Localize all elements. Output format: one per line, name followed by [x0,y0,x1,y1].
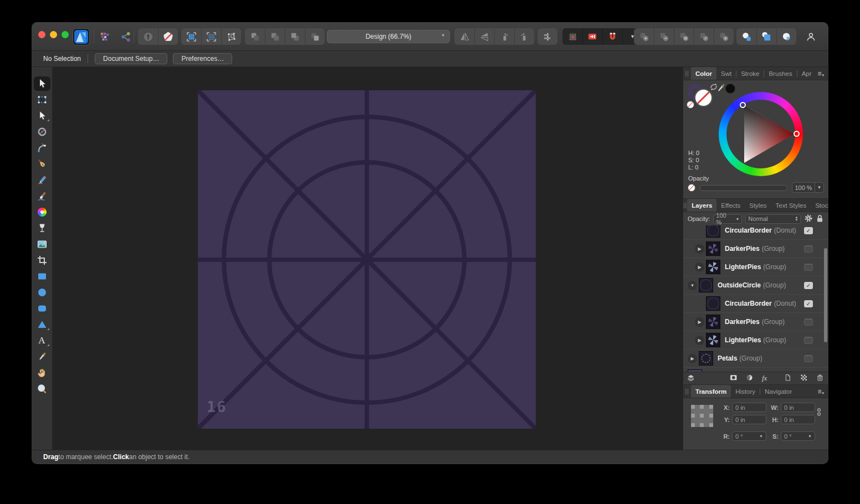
layers-scrollbar[interactable] [824,248,827,342]
alignment-icon[interactable] [538,28,557,45]
blend-mode-dropdown[interactable]: Normal ▲▼ [745,214,801,224]
trash-icon[interactable] [816,374,825,383]
boolean-subtract-icon[interactable] [654,28,674,45]
adjustment-icon[interactable] [746,374,754,383]
anchor-handle[interactable] [700,423,704,427]
layer-row-darkerpies[interactable]: ▶DarkerPies(Group) [683,240,828,258]
panel-menu-icon[interactable]: ≡▾ [817,67,828,80]
expand-arrow-icon[interactable]: ▶ [688,354,697,363]
layer-row-petals[interactable]: ▶Petals(Group) [683,349,828,368]
mask-icon[interactable] [730,374,738,383]
tab-color-stroke[interactable]: Stroke [736,67,764,80]
tab-color-swt[interactable]: Swt [716,67,736,80]
anchor-handle[interactable] [691,405,695,409]
rounded-rectangle-tool[interactable] [33,300,52,316]
anchor-handle[interactable] [709,414,713,418]
point-transform-tool[interactable] [33,124,52,140]
layer-row-darkerpies[interactable]: ▶DarkerPies(Group) [683,313,828,331]
brush-tool[interactable] [33,188,52,204]
canvas-viewport[interactable]: 16 [53,67,683,450]
field-input[interactable]: 0 in [781,403,815,412]
visibility-checkbox[interactable]: ✓ [804,300,813,307]
layer-thumbnail[interactable] [706,315,720,329]
expand-arrow-icon[interactable]: ▶ [695,263,704,272]
field-input[interactable]: 0 °▼ [781,431,815,441]
anchor-handle[interactable] [691,414,695,418]
pixel-grid-icon[interactable] [201,28,221,45]
tab-color-brushes[interactable]: Brushes [764,67,796,80]
account-icon[interactable] [801,28,821,45]
collapse-arrow-icon[interactable]: ▼ [688,281,697,290]
zoom-tool[interactable] [33,380,52,397]
visibility-checkbox[interactable] [804,318,813,326]
arrange-forward-icon[interactable] [285,28,305,45]
document-setup-button[interactable]: Document Setup… [95,53,167,64]
arrange-back-icon[interactable] [245,28,265,45]
hue-marker[interactable] [794,131,800,137]
text-tool[interactable]: A [33,332,52,348]
visibility-checkbox[interactable]: ✓ [804,282,813,289]
insert-behind-icon[interactable] [736,28,756,45]
arrange-front-icon[interactable] [305,28,325,45]
tab-color-color[interactable]: Color [691,67,716,80]
snap-grid-icon[interactable] [562,28,582,45]
visibility-checkbox[interactable] [804,264,813,271]
layer-thumbnail[interactable] [706,225,720,238]
flower-arrow-icon[interactable] [138,28,158,45]
visibility-checkbox[interactable] [804,245,813,253]
triangle-tool[interactable] [33,316,52,332]
no-opacity-icon[interactable] [688,184,695,192]
transform-bounds-icon[interactable] [221,28,241,45]
layer-row-circularborder[interactable]: CircularBorder(Donut)✓ [683,225,828,240]
anchor-handle[interactable] [700,414,704,418]
expand-arrow-icon[interactable]: ▶ [695,244,704,254]
tab-layers-layers[interactable]: Layers [687,199,716,212]
layer-thumbnail[interactable] [706,296,720,311]
field-input[interactable]: 0 °▼ [732,431,766,441]
panel-drag-icon[interactable]: || [683,67,691,80]
visibility-checkbox[interactable] [804,355,813,362]
insert-ontop-icon[interactable] [776,28,796,45]
layer-thumbnail[interactable] [699,278,713,292]
layer-thumbnail[interactable] [706,241,720,256]
magnet-icon[interactable] [602,28,622,45]
layer-thumbnail[interactable] [706,333,720,347]
anchor-handle[interactable] [709,405,713,409]
chevron-down-icon[interactable]: ▼ [815,183,823,192]
grid-icon[interactable] [181,28,201,45]
fill-stroke-selector[interactable] [687,83,715,110]
expand-arrow-icon[interactable]: ▶ [695,336,704,345]
field-input[interactable]: 0 in [781,415,815,424]
fx-icon[interactable]: fx [762,374,767,383]
field-input[interactable]: 0 in [732,415,766,424]
pen-tool[interactable] [33,156,52,172]
swatch-grid-icon[interactable] [98,28,111,45]
panel-drag-icon[interactable]: || [683,385,691,398]
lock-icon[interactable] [816,214,823,224]
tab-layers-styles[interactable]: Styles [745,199,771,212]
tab-color-apr[interactable]: Apr [797,67,816,80]
arrange-backward-icon[interactable] [265,28,285,45]
pattern-icon[interactable] [800,374,808,383]
node-tool[interactable] [33,107,52,124]
new-page-icon[interactable] [784,374,792,383]
place-image-tool[interactable] [33,236,52,252]
anchor-handle[interactable] [700,405,704,409]
tab-transform-history[interactable]: History [731,385,760,398]
layer-row-circularborder[interactable]: CircularBorder(Donut)✓ [683,295,828,313]
layer-row-lighterpies[interactable]: ▶LighterPies(Group) [683,331,828,349]
layer-opacity-dropdown[interactable]: 100 %▼ [713,214,742,224]
anchor-selector[interactable] [691,405,713,427]
layers-stack-icon[interactable] [687,374,695,383]
pencil-tool[interactable] [33,172,52,188]
visibility-checkbox[interactable]: ✓ [804,227,813,234]
flower-slash-icon[interactable] [158,28,178,45]
eyedropper-tool[interactable] [33,348,52,364]
share-nodes-icon[interactable] [119,28,132,45]
move-tool[interactable] [33,75,52,91]
ellipse-tool[interactable] [33,284,52,300]
visibility-checkbox[interactable] [804,337,813,344]
fill-tool[interactable] [33,204,52,220]
opacity-value-dropdown[interactable]: 100 % ▼ [792,182,824,193]
layer-row-lighterpies[interactable]: ▶LighterPies(Group) [683,258,828,276]
